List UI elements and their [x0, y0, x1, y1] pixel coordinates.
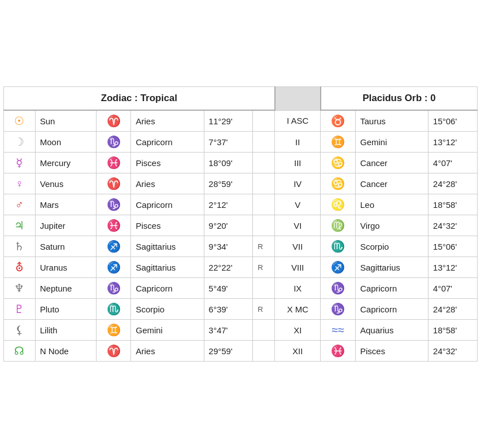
planet-sign-symbol: ♈ — [96, 173, 131, 194]
house-sign-symbol: ♊ — [321, 132, 356, 153]
planet-degree: 5°49' — [204, 278, 253, 299]
house-sign-name: Aquarius — [355, 320, 428, 341]
house-label: XII — [275, 341, 321, 362]
planet-sign-symbol: ♓ — [96, 153, 131, 173]
house-degree: 18°58' — [428, 194, 478, 215]
planet-retro — [253, 320, 275, 341]
house-label: VIII — [275, 257, 321, 278]
planet-retro — [253, 278, 275, 299]
table-row: ♂ Mars ♑ Capricorn 2°12' V ♌ Leo 18°58' — [4, 194, 478, 215]
house-sign-symbol: ≈≈ — [321, 320, 356, 341]
house-sign-symbol: ♐ — [321, 257, 356, 278]
house-sign-name: Gemini — [355, 132, 428, 153]
house-sign-name: Capricorn — [355, 299, 428, 320]
planet-sign-symbol: ♊ — [96, 320, 131, 341]
planet-symbol: ☊ — [4, 341, 36, 362]
planet-name: N Node — [35, 341, 96, 362]
planet-degree: 11°29' — [204, 110, 253, 132]
planet-degree: 7°37' — [204, 132, 253, 153]
planet-degree: 2°12' — [204, 194, 253, 215]
house-sign-symbol: ♑ — [321, 299, 356, 320]
planet-name: Neptune — [35, 278, 96, 299]
planet-sign-name: Pisces — [131, 153, 204, 173]
planet-degree: 29°59' — [204, 341, 253, 362]
planet-name: Saturn — [35, 236, 96, 257]
house-sign-symbol: ♋ — [321, 173, 356, 194]
planet-retro — [253, 215, 275, 236]
house-label: IX — [275, 278, 321, 299]
planet-retro — [253, 132, 275, 153]
planet-sign-name: Capricorn — [131, 194, 204, 215]
planet-retro — [253, 194, 275, 215]
planet-degree: 9°34' — [204, 236, 253, 257]
planet-sign-symbol: ♐ — [96, 257, 131, 278]
table-row: ♆ Neptune ♑ Capricorn 5°49' IX ♑ Caprico… — [4, 278, 478, 299]
planet-sign-name: Capricorn — [131, 278, 204, 299]
house-label: XI — [275, 320, 321, 341]
table-row: ☿ Mercury ♓ Pisces 18°09' III ♋ Cancer 4… — [4, 153, 478, 173]
house-sign-symbol: ♌ — [321, 194, 356, 215]
house-sign-name: Taurus — [355, 110, 428, 132]
planet-sign-name: Scorpio — [131, 299, 204, 320]
planet-name: Sun — [35, 110, 96, 132]
house-sign-symbol: ♋ — [321, 153, 356, 173]
planet-degree: 22°22' — [204, 257, 253, 278]
house-degree: 24°32' — [428, 215, 478, 236]
planet-retro — [253, 341, 275, 362]
planet-symbol: ♆ — [4, 278, 36, 299]
planet-degree: 18°09' — [204, 153, 253, 173]
planet-name: Mars — [35, 194, 96, 215]
planet-degree: 6°39' — [204, 299, 253, 320]
house-sign-name: Capricorn — [355, 278, 428, 299]
table-row: ♇ Pluto ♏ Scorpio 6°39' R X MC ♑ Caprico… — [4, 299, 478, 320]
planet-sign-symbol: ♏ — [96, 299, 131, 320]
house-label: II — [275, 132, 321, 153]
planet-symbol: ⚸ — [4, 320, 36, 341]
planet-retro — [253, 173, 275, 194]
planet-retro: R — [253, 257, 275, 278]
table-row: ♃ Jupiter ♓ Pisces 9°20' VI ♍ Virgo 24°3… — [4, 215, 478, 236]
house-sign-symbol: ♑ — [321, 278, 356, 299]
table-row: ☊ N Node ♈ Aries 29°59' XII ♓ Pisces 24°… — [4, 341, 478, 362]
planet-sign-name: Aries — [131, 341, 204, 362]
right-header: Placidus Orb : 0 — [321, 87, 478, 111]
house-sign-symbol: ♓ — [321, 341, 356, 362]
house-sign-name: Cancer — [355, 153, 428, 173]
house-label: IV — [275, 173, 321, 194]
planet-symbol: ☉ — [4, 110, 36, 132]
planet-name: Uranus — [35, 257, 96, 278]
planet-sign-name: Aries — [131, 110, 204, 132]
planet-symbol: ☿ — [4, 153, 36, 173]
house-sign-name: Pisces — [355, 341, 428, 362]
planet-symbol: ☽ — [4, 132, 36, 153]
planet-sign-symbol: ♑ — [96, 278, 131, 299]
planet-symbol: ♇ — [4, 299, 36, 320]
planet-symbol: ⛢ — [4, 257, 36, 278]
planet-degree: 9°20' — [204, 215, 253, 236]
planet-name: Venus — [35, 173, 96, 194]
house-sign-name: Virgo — [355, 215, 428, 236]
house-degree: 13°12' — [428, 132, 478, 153]
house-sign-symbol: ♍ — [321, 215, 356, 236]
house-sign-name: Cancer — [355, 173, 428, 194]
planet-sign-symbol: ♑ — [96, 132, 131, 153]
planet-sign-symbol: ♈ — [96, 110, 131, 132]
table-row: ☽ Moon ♑ Capricorn 7°37' II ♊ Gemini 13°… — [4, 132, 478, 153]
planet-sign-name: Sagittarius — [131, 236, 204, 257]
divider — [275, 87, 321, 111]
planet-degree: 28°59' — [204, 173, 253, 194]
planet-name: Pluto — [35, 299, 96, 320]
astrology-table: Zodiac : Tropical Placidus Orb : 0 ☉ Sun… — [3, 86, 478, 362]
planet-name: Mercury — [35, 153, 96, 173]
house-sign-name: Sagittarius — [355, 257, 428, 278]
house-label: V — [275, 194, 321, 215]
house-degree: 24°32' — [428, 341, 478, 362]
house-label: X MC — [275, 299, 321, 320]
planet-sign-symbol: ♑ — [96, 194, 131, 215]
planet-symbol: ♀ — [4, 173, 36, 194]
planet-sign-name: Sagittarius — [131, 257, 204, 278]
table-row: ⛢ Uranus ♐ Sagittarius 22°22' R VIII ♐ S… — [4, 257, 478, 278]
house-label: VI — [275, 215, 321, 236]
planet-sign-symbol: ♈ — [96, 341, 131, 362]
house-degree: 18°58' — [428, 320, 478, 341]
